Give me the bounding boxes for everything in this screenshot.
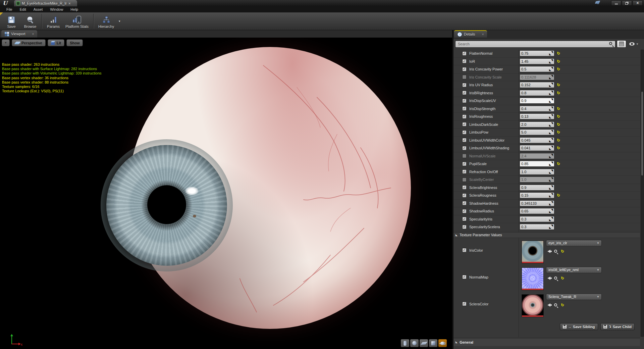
texture-asset-dropdown[interactable]: eye_iris_clr ▼ [546, 240, 602, 246]
texture-thumbnail[interactable] [522, 241, 544, 263]
general-section-header[interactable]: ◣ General [453, 338, 640, 346]
param-value-input[interactable]: 0.345133 ◥◣ [520, 200, 554, 206]
texture-asset-dropdown[interactable]: iris08_leftEye_nml ▼ [546, 267, 602, 273]
lit-mode-button[interactable]: Lit [48, 39, 64, 46]
details-tab-close-icon[interactable]: × [482, 33, 484, 36]
value-drag-handle-icon[interactable]: ◥◣ [549, 123, 553, 126]
param-value-input[interactable]: 1.0 ◥◣ [520, 169, 554, 175]
param-checkbox[interactable] [462, 91, 467, 95]
param-value-input[interactable]: 0.045 ◥◣ [520, 137, 554, 143]
viewport-tab[interactable]: Viewport × [1, 30, 37, 38]
details-tab[interactable]: i Details × [454, 30, 487, 38]
value-drag-handle-icon[interactable]: ◥◣ [549, 115, 553, 118]
use-selected-asset-icon[interactable] [547, 277, 550, 280]
param-checkbox[interactable] [462, 193, 467, 198]
details-scrollbar[interactable] [641, 50, 644, 337]
param-value-input[interactable]: 0.9 ◥◣ [520, 185, 554, 191]
reset-to-default-icon[interactable]: ↺ [557, 138, 560, 143]
asset-tab-close-icon[interactable]: × [68, 1, 70, 5]
preview-shape-teapot-button[interactable] [438, 339, 447, 347]
hierarchy-button[interactable]: Hierarchy [96, 13, 116, 29]
hierarchy-dropdown-caret-icon[interactable]: ▼ [118, 20, 121, 23]
perspective-button[interactable]: Perspective [12, 39, 46, 46]
menu-window[interactable]: Window [46, 7, 67, 11]
param-checkbox[interactable] [462, 130, 467, 135]
save-child-button[interactable]: ↴ Save Child [600, 323, 635, 330]
save-sibling-button[interactable]: → Save Sibling [560, 323, 598, 330]
reset-to-default-icon[interactable]: ↺ [561, 303, 564, 307]
menu-edit[interactable]: Edit [16, 7, 30, 11]
use-selected-asset-icon[interactable] [547, 303, 550, 307]
param-value-input[interactable]: 0.8 ◥◣ [520, 90, 554, 96]
reset-to-default-icon[interactable]: ↺ [557, 161, 560, 166]
param-value-input[interactable]: 1.45 ◥◣ [520, 58, 554, 64]
restore-button[interactable] [622, 0, 632, 6]
use-selected-asset-icon[interactable] [547, 250, 550, 253]
param-checkbox[interactable] [462, 106, 467, 111]
param-value-input[interactable]: 0.152 ◥◣ [520, 82, 554, 88]
show-menu-button[interactable]: Show [66, 39, 83, 46]
view-options-button[interactable]: ▼ [628, 40, 640, 48]
value-drag-handle-icon[interactable]: ◥◣ [549, 60, 553, 63]
value-drag-handle-icon[interactable]: ◥◣ [549, 186, 553, 189]
value-drag-handle-icon[interactable]: ◥◣ [549, 178, 553, 181]
param-checkbox[interactable] [462, 225, 467, 229]
reset-to-default-icon[interactable]: ↺ [557, 51, 560, 56]
preview-shape-cylinder-button[interactable] [401, 339, 409, 347]
param-checkbox[interactable] [462, 185, 467, 190]
reset-to-default-icon[interactable]: ↺ [561, 276, 564, 281]
param-value-input[interactable]: 0.75 ◥◣ [520, 50, 554, 56]
menu-asset[interactable]: Asset [30, 7, 47, 11]
reset-to-default-icon[interactable]: ↺ [557, 67, 560, 71]
reset-to-default-icon[interactable]: ↺ [557, 193, 560, 198]
preview-shape-cube-button[interactable] [429, 339, 437, 347]
value-drag-handle-icon[interactable]: ◥◣ [549, 170, 553, 173]
reset-to-default-icon[interactable]: ↺ [557, 146, 560, 150]
param-checkbox[interactable] [462, 75, 467, 79]
reset-to-default-icon[interactable]: ↺ [557, 59, 560, 64]
browse-button[interactable]: Browse [21, 13, 39, 29]
menu-help[interactable]: Help [67, 7, 82, 11]
param-value-input[interactable]: 0.13 ◥◣ [520, 113, 554, 119]
preview-shape-plane-button[interactable] [420, 339, 428, 347]
value-drag-handle-icon[interactable]: ◥◣ [549, 209, 553, 213]
texture-parameter-values-section-header[interactable]: ◣ Texture Parameter Values [453, 232, 640, 238]
param-checkbox[interactable] [462, 201, 467, 205]
viewport-tab-close-icon[interactable]: × [32, 32, 34, 36]
param-value-input[interactable]: 1.0 ◥◣ [520, 177, 554, 183]
reset-to-default-icon[interactable]: ↺ [557, 91, 560, 95]
value-drag-handle-icon[interactable]: ◥◣ [549, 67, 553, 71]
value-drag-handle-icon[interactable]: ◥◣ [549, 146, 553, 150]
param-checkbox[interactable] [462, 114, 467, 119]
tutorials-icon[interactable] [595, 1, 600, 4]
reset-to-default-icon[interactable]: ↺ [557, 130, 560, 135]
browse-to-asset-icon[interactable] [554, 250, 557, 253]
value-drag-handle-icon[interactable]: ◥◣ [549, 194, 553, 197]
param-checkbox[interactable] [462, 217, 467, 221]
param-value-input[interactable]: 0.85 ◥◣ [520, 161, 554, 167]
param-checkbox[interactable] [462, 99, 467, 103]
texture-asset-dropdown[interactable]: Sclera_Tweak_R ▼ [546, 294, 602, 300]
param-value-input[interactable]: 0.3 ◥◣ [520, 216, 554, 222]
param-checkbox[interactable] [462, 154, 467, 158]
param-value-input[interactable]: 0.65 ◥◣ [520, 208, 554, 214]
display-filter-button[interactable] [617, 40, 626, 48]
browse-to-asset-icon[interactable] [554, 303, 557, 306]
param-value-input[interactable]: 0.041 ◥◣ [520, 145, 554, 151]
value-drag-handle-icon[interactable]: ◥◣ [549, 162, 553, 165]
param-value-input[interactable]: 0.4 ◥◣ [520, 106, 554, 112]
param-checkbox[interactable] [462, 275, 467, 279]
scrollbar-thumb[interactable] [641, 92, 643, 176]
close-button[interactable]: × [633, 0, 643, 6]
preview-shape-sphere-button[interactable] [410, 339, 419, 347]
param-value-input[interactable]: 5.0 ◥◣ [520, 129, 554, 135]
param-value-input[interactable]: 2.4 ◥◣ [520, 153, 554, 159]
reset-to-default-icon[interactable]: ↺ [557, 83, 560, 87]
param-checkbox[interactable] [462, 169, 467, 174]
param-value-input[interactable]: 0.5 ◥◣ [520, 66, 554, 72]
save-button[interactable]: Save [3, 13, 20, 29]
value-drag-handle-icon[interactable]: ◥◣ [549, 52, 553, 55]
param-checkbox[interactable] [462, 146, 467, 150]
reset-to-default-icon[interactable]: ↺ [557, 122, 560, 127]
viewport-options-dropdown[interactable]: ▼ [2, 39, 10, 46]
